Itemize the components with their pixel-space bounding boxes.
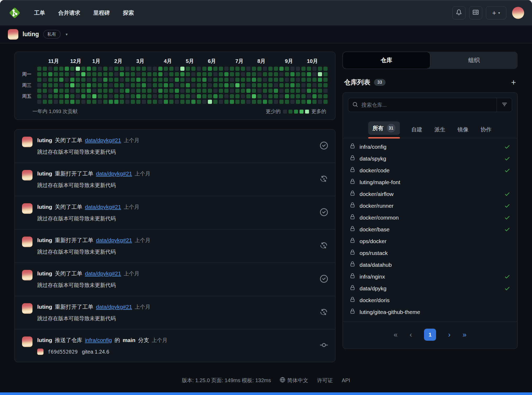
pagination-page-1-button[interactable]: 1 [424,329,436,341]
pagination-first-button[interactable]: « [394,331,398,339]
heatmap-cell [125,100,129,104]
repo-link[interactable]: data/dpykg#21 [85,137,121,143]
repo-search-input[interactable] [361,102,492,108]
heatmap-cell [92,89,96,93]
actor-name[interactable]: luting [37,137,52,143]
actor-name[interactable]: luting [37,170,52,177]
heatmap-cell [76,67,80,71]
heatmap-cell [70,94,74,98]
filter-button[interactable] [497,98,512,112]
repo-list-item[interactable]: infra/nginx [343,271,517,282]
heatmap-cell [59,83,63,87]
repo-list-item[interactable]: docker/doris [343,294,517,306]
repo-list-item[interactable]: docker/code [343,164,517,176]
pagination-last-button[interactable]: » [463,331,466,339]
heatmap-cell [312,67,317,71]
repo-list-item[interactable]: docker/base [343,223,517,235]
repo-link[interactable]: infra/config [85,337,112,343]
user-avatar[interactable] [512,7,524,19]
heatmap-cell [76,72,80,76]
heatmap-cell [252,94,256,98]
repo-list-item[interactable]: data/dpykg [343,282,517,294]
heatmap-cell [307,89,311,93]
license-link[interactable]: 许可证 [317,377,333,384]
heatmap-cell [268,72,273,76]
actor-name[interactable]: luting [37,304,52,310]
heatmap-cell [219,89,223,93]
heatmap-cell [92,78,96,82]
repo-list-item[interactable]: docker/runner [343,200,517,212]
repo-name: docker/common [360,215,399,221]
heatmap-cell [213,67,218,71]
profile-dropdown-caret[interactable]: ▾ [66,32,68,37]
feed-item-title: luting重新打开了工单data/dpykg#21上个月 [37,237,315,244]
repo-link[interactable]: data/dpykg#21 [96,170,132,177]
commit-sha[interactable]: f69d552029 [48,349,78,355]
admin-panel-button[interactable] [469,6,482,19]
actor-name[interactable]: luting [37,270,52,277]
repo-link[interactable]: data/dpykg#21 [85,204,121,210]
repo-list-item[interactable]: data/datahub [343,259,517,271]
repo-list-item[interactable]: luting/maple-font [343,176,517,188]
heatmap-cell [59,78,63,82]
heatmap-cell [59,94,63,98]
actor-name[interactable]: luting [37,204,52,210]
heatmap-cell [114,89,118,93]
repo-filter-tab-2[interactable]: 派生 [434,124,446,138]
create-new-button[interactable]: + ▾ [486,6,506,19]
heatmap-cell [235,83,240,87]
footer-stats: 版本: 1.25.0 页面: 149ms 模板: 132ms [182,377,271,384]
pagination-next-button[interactable]: › [448,331,450,339]
repo-list-item[interactable]: data/spykg [343,153,517,164]
heatmap-month-label: 3月 [136,58,144,65]
repo-list-item[interactable]: luting/gitea-github-theme [343,306,517,318]
tab-repositories[interactable]: 仓库 [343,52,430,69]
heatmap-cell [109,100,113,104]
profile-avatar[interactable] [8,29,18,40]
repo-list-item[interactable]: ops/rustack [343,247,517,259]
lock-icon [350,191,355,197]
site-logo-icon[interactable] [8,6,21,20]
notifications-button[interactable] [452,6,465,19]
actor-name[interactable]: luting [37,237,52,243]
heatmap-cell [290,94,295,98]
pagination-prev-button[interactable]: ‹ [410,331,412,339]
heatmap-cell [208,89,212,93]
repo-filter-tab-4[interactable]: 协作 [480,124,492,138]
heatmap-cell [202,100,207,104]
heatmap-cell [103,89,107,93]
repo-link[interactable]: data/dpykg#21 [85,270,121,277]
repo-list-item[interactable]: ops/docker [343,235,517,247]
heatmap-cell [114,94,118,98]
nav-link-2[interactable]: 里程碑 [93,9,110,17]
repo-list-item[interactable]: infra/config [343,141,517,153]
commit-message: gitea 1.24.6 [82,349,109,355]
feed-item-title: luting推送了仓库infra/config的main分支上个月 [37,337,315,344]
repo-list-item[interactable]: docker/common [343,212,517,223]
repo-filter-tab-1[interactable]: 自建 [411,124,423,138]
repo-search [348,98,512,112]
api-link[interactable]: API [342,377,350,383]
tab-organizations[interactable]: 组织 [430,52,518,69]
repo-link[interactable]: data/dpykg#21 [96,237,132,243]
nav-link-0[interactable]: 工单 [34,9,45,17]
nav-link-3[interactable]: 探索 [123,9,134,17]
heatmap-cell [202,72,207,76]
repo-list-title: 仓库列表 [344,78,370,87]
avatar [22,137,32,147]
heatmap-cell [125,78,129,82]
repo-name: ops/rustack [360,250,388,256]
repo-filter-tab-0[interactable]: 所有31 [368,121,400,138]
nav-link-1[interactable]: 合并请求 [58,9,80,17]
repo-filter-tab-3[interactable]: 镜像 [457,124,469,138]
heatmap-cell [65,94,69,98]
heatmap-cell [153,89,157,93]
language-link[interactable]: 简体中文 [280,377,308,384]
repo-list-item[interactable]: docker/airflow [343,188,517,200]
heatmap-cell [307,100,311,104]
heatmap-cell [114,100,118,104]
actor-name[interactable]: luting [37,337,52,343]
add-repo-button[interactable]: + [511,78,516,87]
repo-link[interactable]: data/dpykg#21 [96,304,132,310]
profile-name: luting [23,31,39,38]
